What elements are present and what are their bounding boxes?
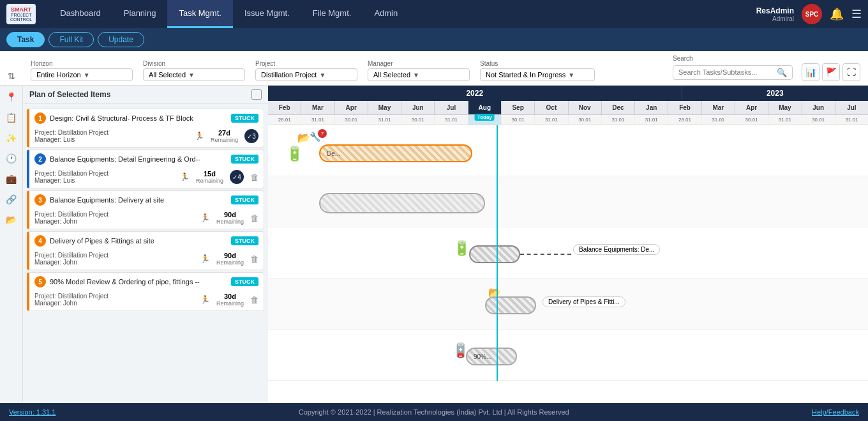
task-item: 3 Balance Equipments: Delivery at site S… <box>27 190 264 229</box>
week-cell: 31.01 <box>301 115 334 125</box>
full-kit-button[interactable]: Full Kit <box>49 32 94 47</box>
task-item: 2 Balance Equipments: Detail Engineering… <box>27 149 264 188</box>
notification-badge: 7 <box>318 129 327 138</box>
stuck-badge: STUCK <box>231 277 258 286</box>
document-icon[interactable]: 📋 <box>6 112 17 123</box>
dep-line-3 <box>520 254 571 255</box>
gantt-week-header: 28.01 31.01 30.01 31.01 30.01 31.01 Toda… <box>268 115 868 125</box>
chevron-icon: ✓ <box>247 133 252 140</box>
gantt-bar-2[interactable] <box>319 193 485 213</box>
task-title: Balance Equipments: Detail Engineering &… <box>50 155 227 163</box>
month-may2: May <box>768 101 802 114</box>
running-icon: 🏃 <box>200 213 210 222</box>
toolbar: Task Full Kit Update <box>0 28 868 51</box>
search-box: 🔍 <box>673 65 793 80</box>
today-badge: Today <box>475 114 495 121</box>
month-nov: Nov <box>569 101 602 114</box>
year-2022: 2022 <box>268 86 682 101</box>
gantt-bar-4[interactable] <box>485 296 536 314</box>
nav-issue-mgmt[interactable]: Issue Mgmt. <box>233 0 301 28</box>
project-select[interactable]: Distillation Project ▼ <box>255 68 357 81</box>
horizon-filter: Horizon Entire Horizon ▼ <box>31 60 133 81</box>
delete-icon[interactable]: 🗑 <box>250 254 258 264</box>
search-input[interactable] <box>678 68 774 76</box>
delete-icon[interactable]: 🗑 <box>250 213 258 223</box>
version-link[interactable]: Version: 1.31.1 <box>9 408 56 416</box>
nav-task-mgmt[interactable]: Task Mgmt. <box>167 0 232 28</box>
sparkle-icon[interactable]: ✨ <box>6 133 17 143</box>
link-icon[interactable]: 🔗 <box>6 194 17 204</box>
days-remaining: 30d Remaining <box>216 293 244 307</box>
gantt-bar-5[interactable]: 90%... <box>466 348 517 365</box>
nav-admin[interactable]: Admin <box>363 0 409 28</box>
nav-dashboard[interactable]: Dashboard <box>49 0 112 28</box>
panel-header: Plan of Selected Items <box>23 86 268 104</box>
expand-view-button[interactable]: ⛶ <box>842 63 860 81</box>
manager-select[interactable]: All Selected ▼ <box>368 68 470 81</box>
expand-subtasks[interactable]: ✓ 4 <box>230 170 244 184</box>
task-header: 4 Delivery of Pipes & Fittings at site S… <box>29 232 264 250</box>
week-cell: 30.01 <box>802 115 835 125</box>
task-item: 1 Design: Civil & Structural- Process & … <box>27 109 264 148</box>
folder-side-icon[interactable]: 📂 <box>6 215 17 225</box>
gantt-chart: 2022 2023 Feb Mar Apr May Jun Jul Aug Se… <box>268 86 868 402</box>
delete-icon[interactable]: 🗑 <box>250 172 258 182</box>
user-info: ResAdmin Admiral <box>756 6 794 22</box>
gantt-bar-3[interactable] <box>469 245 520 263</box>
task-title: Delivery of Pipes & Fittings at site <box>50 237 227 245</box>
division-label: Division <box>143 60 245 67</box>
month-jul2: Jul <box>835 101 868 114</box>
flag-view-button[interactable]: 🚩 <box>822 63 840 81</box>
horizon-select[interactable]: Entire Horizon ▼ <box>31 68 133 81</box>
nav-file-mgmt[interactable]: File Mgmt. <box>301 0 363 28</box>
days-label: Remaining <box>216 259 244 266</box>
bar-label-4: Delivery of Pipes & Fitti... <box>542 296 625 307</box>
gantt-row-5: 🪫 90%... <box>268 330 868 381</box>
month-sep: Sep <box>502 101 535 114</box>
gantt-bar-1[interactable]: De... <box>319 144 472 162</box>
logo-smart: SMART <box>11 6 31 13</box>
task-button[interactable]: Task <box>6 32 45 47</box>
status-value: Not Started & In Progress <box>486 71 565 79</box>
select-all-checkbox[interactable] <box>251 89 262 100</box>
help-link[interactable]: Help/Feedback <box>812 408 859 416</box>
week-cell: 31.01 <box>635 115 668 125</box>
task-item: 5 90% Model Review & Ordering of pipe, f… <box>27 272 264 311</box>
panel-title: Plan of Selected Items <box>29 90 110 99</box>
task-title: 90% Model Review & Ordering of pipe, fit… <box>50 278 227 286</box>
chevron-icon: ✓ <box>232 174 237 181</box>
menu-icon[interactable]: ☰ <box>851 7 862 21</box>
month-apr: Apr <box>335 101 368 114</box>
avatar: SPC <box>802 4 822 24</box>
task-meta: Project: Distillation Project Manager: L… <box>29 168 264 188</box>
days-num: 90d <box>224 252 236 259</box>
status-filter: Status Not Started & In Progress ▼ <box>480 60 595 81</box>
gantt-row-2 <box>268 176 868 227</box>
week-cell: 30.01 <box>335 115 368 125</box>
update-button[interactable]: Update <box>98 32 144 47</box>
days-num: 30d <box>224 293 236 300</box>
project-chevron: ▼ <box>319 72 326 79</box>
project-filter: Project Distillation Project ▼ <box>255 60 357 81</box>
sort-icon[interactable]: ⇅ <box>8 71 15 81</box>
month-mar: Mar <box>301 101 334 114</box>
task-project: Project: Distillation Project <box>34 252 194 259</box>
logo: SMART PROJECT CONTROL <box>6 4 36 24</box>
chart-view-button[interactable]: 📊 <box>802 63 819 81</box>
expand-subtasks[interactable]: ✓ 3 <box>244 129 258 143</box>
nav-planning[interactable]: Planning <box>112 0 168 28</box>
history-icon[interactable]: 🕐 <box>6 153 17 164</box>
division-select[interactable]: All Selected ▼ <box>143 68 245 81</box>
status-select[interactable]: Not Started & In Progress ▼ <box>480 68 595 81</box>
view-icons: 📊 🚩 ⛶ <box>802 63 860 81</box>
delete-icon[interactable]: 🗑 <box>250 295 258 305</box>
search-icon[interactable]: 🔍 <box>777 68 787 77</box>
task-manager: Manager: John <box>34 218 194 225</box>
briefcase-icon[interactable]: 💼 <box>6 174 17 184</box>
week-cell: 28.01 <box>668 115 701 125</box>
week-cell: 28.01 <box>268 115 301 125</box>
days-label: Remaining <box>216 218 244 225</box>
notification-icon[interactable]: 🔔 <box>830 7 844 21</box>
search-group: Search 🔍 📊 🚩 ⛶ <box>673 55 860 81</box>
location-icon[interactable]: 📍 <box>6 92 17 102</box>
